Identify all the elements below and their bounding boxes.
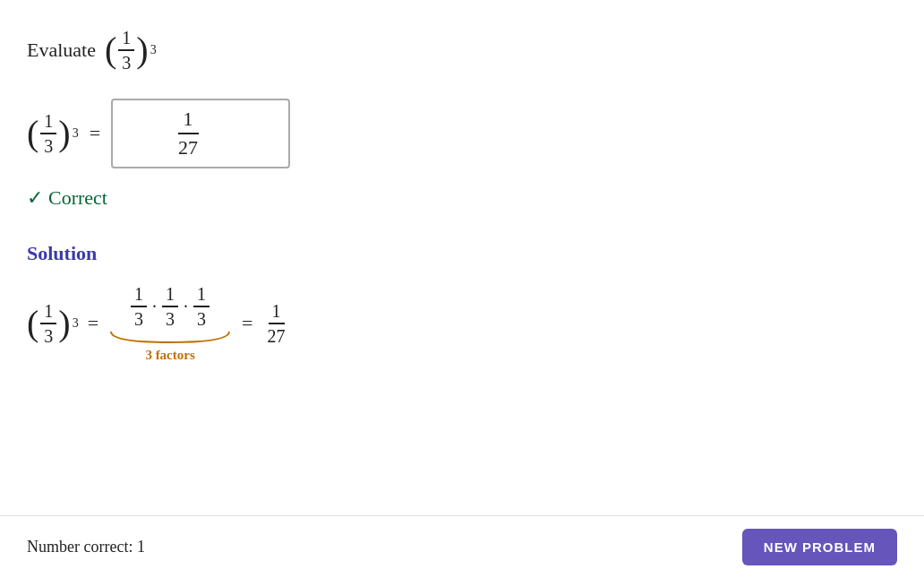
evaluate-prompt: Evaluate ( 1 3 ) 3 bbox=[27, 27, 897, 73]
sol-exponent: 3 bbox=[73, 316, 79, 331]
problem-fraction-denominator: 3 bbox=[118, 51, 134, 73]
sol-result-num: 1 bbox=[269, 300, 285, 324]
correct-text: Correct bbox=[48, 186, 107, 210]
sol-left-paren: ( bbox=[27, 306, 38, 341]
equals-sign: = bbox=[90, 122, 100, 145]
left-paren-2: ( bbox=[27, 116, 38, 151]
exponent-2: 3 bbox=[73, 126, 79, 141]
underbrace-group: 1 3 · 1 3 · 1 3 3 factors bbox=[107, 283, 233, 363]
sol-equals-1: = bbox=[88, 312, 98, 335]
right-paren-2: ) bbox=[58, 116, 70, 151]
solution-lhs: ( 1 3 ) 3 bbox=[27, 300, 79, 347]
sol-frac-1-num: 1 bbox=[131, 283, 147, 307]
evaluate-label: Evaluate bbox=[27, 39, 96, 62]
sol-frac-num: 1 bbox=[40, 300, 56, 324]
sol-result-den: 27 bbox=[264, 324, 289, 347]
sol-frac-3-den: 3 bbox=[193, 307, 210, 330]
num-correct-value: 1 bbox=[137, 538, 145, 556]
sol-frac-2: 1 3 bbox=[162, 283, 178, 330]
problem-fraction: 1 3 bbox=[118, 27, 134, 73]
left-paren: ( bbox=[105, 32, 116, 68]
bottom-bar: Number correct: 1 NEW PROBLEM bbox=[0, 515, 924, 578]
underbrace-svg bbox=[107, 330, 233, 346]
correct-feedback: ✓ Correct bbox=[27, 186, 897, 210]
problem-fraction-numerator: 1 bbox=[118, 27, 134, 51]
answer-fraction-display: 1 27 bbox=[173, 108, 203, 160]
answer-expression-lhs: ( 1 3 ) 3 bbox=[27, 110, 79, 157]
sol-frac-1: 1 3 bbox=[131, 283, 147, 330]
solution-row: ( 1 3 ) 3 = 1 3 · 1 3 · bbox=[27, 283, 897, 363]
sol-frac-2-den: 3 bbox=[162, 307, 178, 330]
answer-fraction-lhs: 1 3 bbox=[40, 110, 56, 157]
right-paren: ) bbox=[136, 32, 148, 68]
num-correct-label: Number correct: bbox=[27, 538, 133, 556]
sol-right-paren: ) bbox=[58, 306, 70, 341]
new-problem-button[interactable]: NEW PROBLEM bbox=[742, 529, 897, 565]
sol-frac-den: 3 bbox=[40, 324, 56, 347]
sol-frac-3-num: 1 bbox=[193, 283, 210, 307]
three-factors-label: 3 factors bbox=[145, 348, 194, 363]
sol-fraction-lhs: 1 3 bbox=[40, 300, 56, 347]
sol-frac-1-den: 3 bbox=[131, 307, 147, 330]
fractions-inline: 1 3 · 1 3 · 1 3 bbox=[129, 283, 211, 330]
dot-2: · bbox=[184, 297, 188, 317]
sol-result-fraction: 1 27 bbox=[264, 300, 289, 347]
sol-frac-3: 1 3 bbox=[193, 283, 210, 330]
sol-frac-2-num: 1 bbox=[162, 283, 178, 307]
solution-label: Solution bbox=[27, 242, 897, 265]
answer-fraction-lhs-num: 1 bbox=[40, 110, 56, 134]
num-correct-display: Number correct: 1 bbox=[27, 538, 145, 556]
checkmark-icon: ✓ bbox=[27, 186, 43, 210]
exponent: 3 bbox=[150, 43, 157, 57]
answer-row: ( 1 3 ) 3 = 1 27 bbox=[27, 99, 897, 168]
answer-input-box[interactable]: 1 27 bbox=[111, 99, 290, 168]
dot-1: · bbox=[152, 297, 157, 317]
answer-denominator: 27 bbox=[173, 134, 203, 160]
answer-numerator: 1 bbox=[178, 108, 199, 134]
sol-equals-2: = bbox=[242, 312, 252, 335]
answer-fraction-lhs-den: 3 bbox=[40, 134, 56, 157]
problem-expression: ( 1 3 ) 3 bbox=[105, 27, 157, 73]
